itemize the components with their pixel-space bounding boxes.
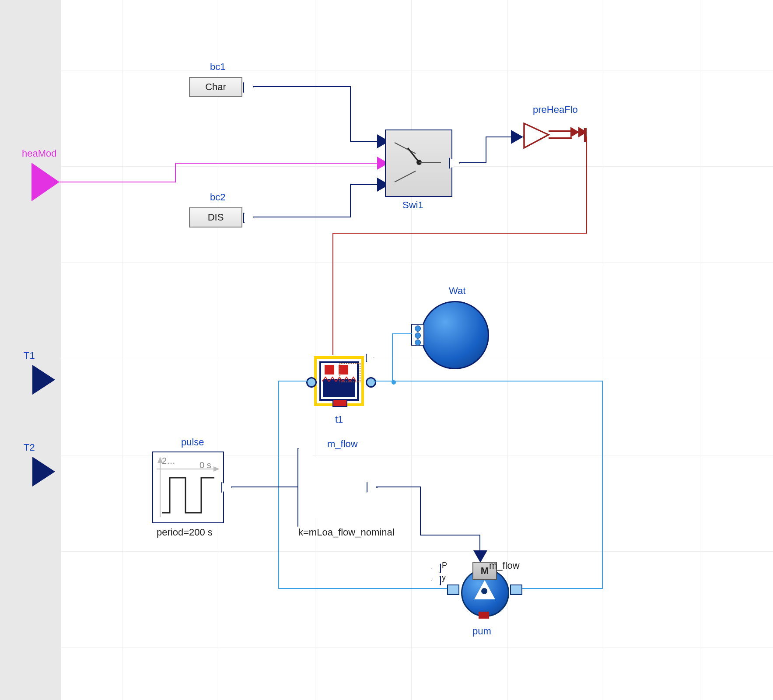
wire-fluid-pum-b bbox=[514, 588, 603, 589]
bc1-block[interactable]: Char bbox=[189, 77, 242, 97]
wire-bc2-v bbox=[350, 184, 351, 217]
wire-fluid-right-h bbox=[394, 381, 602, 382]
T2-label: T2 bbox=[24, 442, 35, 453]
wat-block[interactable] bbox=[421, 301, 489, 369]
t1-label: t1 bbox=[335, 414, 343, 425]
wire-swi1-h2 bbox=[486, 136, 511, 137]
wire-fluid-pum-a-h2 bbox=[278, 381, 308, 382]
wire-heaMod-h2 bbox=[175, 163, 377, 164]
t1-port-a[interactable] bbox=[306, 377, 317, 388]
diagram-grid bbox=[61, 0, 773, 700]
pum-p-label: P bbox=[442, 561, 447, 570]
preHeaFlo-label: preHeaFlo bbox=[533, 104, 578, 116]
pum-mflow-label: m_flow bbox=[489, 560, 520, 571]
wire-fluid-wat-h bbox=[392, 333, 412, 334]
pum-label: pum bbox=[472, 626, 491, 637]
heaMod-label: heaMod bbox=[22, 148, 57, 159]
pulse-label: pulse bbox=[181, 437, 204, 448]
heaMod-port[interactable] bbox=[31, 163, 59, 201]
svg-marker-5 bbox=[524, 123, 549, 148]
bc2-block[interactable]: DIS bbox=[189, 207, 242, 228]
pulse-right-annot: 0 s bbox=[199, 460, 211, 470]
wire-fluid-wat-v bbox=[392, 333, 393, 382]
wire-bc1-v bbox=[350, 86, 351, 141]
wire-heaMod-v bbox=[175, 163, 176, 182]
pulse-caption: period=200 s bbox=[157, 527, 213, 538]
wire-preheaflo-v2 bbox=[332, 233, 333, 355]
t1-block[interactable] bbox=[311, 354, 367, 409]
wire-mflow-v1 bbox=[420, 486, 421, 535]
preHeaFlo-block[interactable] bbox=[523, 122, 589, 153]
swi1-label: Swi1 bbox=[402, 200, 423, 211]
svg-marker-9 bbox=[570, 127, 579, 137]
swi1-block[interactable] bbox=[385, 130, 452, 197]
mflow-caption: k=mLoa_flow_nominal bbox=[298, 527, 395, 538]
t1-port-b[interactable] bbox=[366, 377, 376, 388]
wat-ports[interactable] bbox=[411, 324, 424, 346]
pum-y-label: y bbox=[442, 573, 446, 582]
wire-mflow-h bbox=[376, 486, 420, 487]
wire-heaMod-h1 bbox=[59, 182, 175, 182]
pulse-top-annot: 2… bbox=[162, 456, 175, 466]
wire-bc2-h bbox=[253, 217, 350, 217]
wire-bc2-h2 bbox=[350, 184, 377, 185]
wire-swi1-h1 bbox=[459, 162, 486, 163]
wire-swi1-v bbox=[486, 136, 486, 163]
wire-bc1-h bbox=[253, 86, 350, 87]
mflow-label: m_flow bbox=[327, 438, 358, 450]
wire-preheaflo-v1 bbox=[586, 136, 587, 233]
wire-preheaflo-h bbox=[332, 233, 587, 234]
wire-mflow-v2 bbox=[479, 535, 480, 550]
bc2-label: bc2 bbox=[210, 192, 225, 203]
wat-label: Wat bbox=[449, 285, 465, 297]
wire-mflow-h2 bbox=[420, 535, 479, 536]
wire-pulse-h bbox=[231, 486, 297, 487]
T1-port[interactable] bbox=[32, 365, 55, 395]
wire-bc1-h2 bbox=[350, 141, 377, 142]
T1-label: T1 bbox=[24, 350, 35, 361]
bc1-label: bc1 bbox=[210, 61, 225, 73]
T2-port[interactable] bbox=[32, 457, 55, 486]
wire-fluid-right-v bbox=[602, 381, 603, 589]
wire-fluid-pum-a-h bbox=[278, 588, 454, 589]
wire-fluid-pum-a-v bbox=[278, 381, 279, 589]
arrow-swi1-preheaflo bbox=[511, 130, 525, 144]
